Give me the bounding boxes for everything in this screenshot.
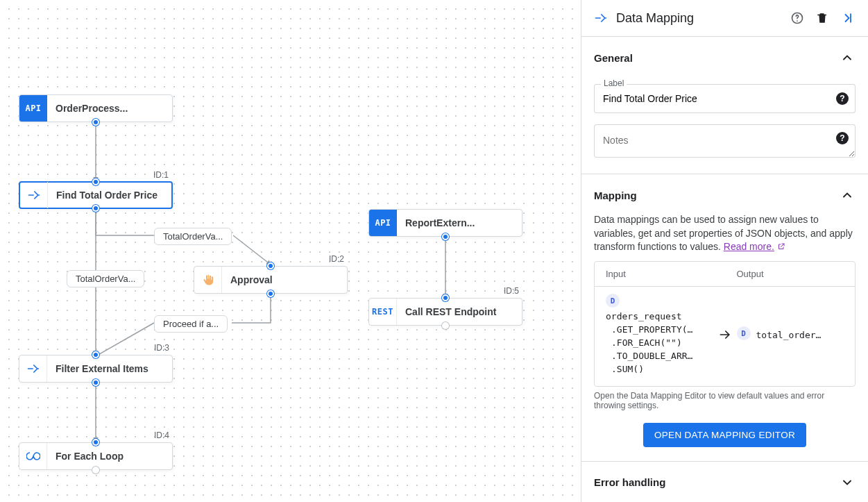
type-chip: D <box>606 294 620 308</box>
type-chip: D <box>737 326 751 340</box>
label-input[interactable] <box>594 84 856 113</box>
node-label: Filter External Items <box>47 363 157 374</box>
chevron-down-icon[interactable] <box>839 474 856 491</box>
mapping-table: Input Output D orders_request .GET_PROPE… <box>594 261 856 386</box>
node-id: ID:4 <box>154 430 169 440</box>
field-help-icon[interactable]: ? <box>836 92 849 105</box>
node-label: Find Total Order Price <box>48 190 166 201</box>
col-header-input: Input <box>606 269 713 279</box>
edge-label[interactable]: TotalOrderVa... <box>67 270 144 287</box>
api-icon: API <box>369 210 397 236</box>
open-mapping-editor-button[interactable]: OPEN DATA MAPPING EDITOR <box>643 423 806 447</box>
port-in[interactable] <box>92 178 99 185</box>
mapping-icon <box>19 355 47 382</box>
node-id: ID:1 <box>153 170 169 180</box>
mapping-input-cell: D orders_request .GET_PROPERTY(… .FOR_EA… <box>606 294 713 376</box>
field-legend: Label <box>601 78 627 88</box>
section-general: General Label ? ? <box>581 37 868 174</box>
mapping-hint: Open the Data Mapping Editor to view def… <box>594 391 856 410</box>
port-in[interactable] <box>442 294 449 301</box>
task-node-approval[interactable]: ID:2 Approval <box>194 266 348 294</box>
collapse-panel-icon[interactable] <box>839 10 856 26</box>
section-heading: General <box>594 52 633 64</box>
read-more-link[interactable]: Read more. <box>724 241 785 252</box>
trigger-node-reportextern[interactable]: API ReportExtern... <box>368 209 522 237</box>
details-panel: Data Mapping General Label ? <box>581 0 868 502</box>
task-node-foreach[interactable]: ID:4 For Each Loop <box>19 442 173 470</box>
chevron-up-icon[interactable] <box>839 187 856 203</box>
hand-icon <box>194 267 222 293</box>
label-field: Label ? <box>594 84 856 113</box>
port-out[interactable] <box>92 205 99 212</box>
col-header-output: Output <box>737 269 844 279</box>
section-heading: Error handling <box>594 476 665 488</box>
mapping-icon <box>20 182 48 208</box>
port-in[interactable] <box>267 262 274 269</box>
help-icon[interactable] <box>789 10 806 26</box>
rest-icon: REST <box>369 299 397 325</box>
node-label: Call REST Endpoint <box>397 306 504 317</box>
node-label: ReportExtern... <box>397 217 483 228</box>
task-node-rest[interactable]: ID:5 REST Call REST Endpoint <box>368 298 522 326</box>
node-label: OrderProcess... <box>47 103 136 114</box>
canvas[interactable]: API OrderProcess... ID:1 Find Total Orde… <box>0 0 581 502</box>
notes-input[interactable] <box>594 124 856 158</box>
section-heading: Mapping <box>594 190 637 201</box>
section-error-handling: Error handling <box>581 462 868 503</box>
node-id: ID:5 <box>504 286 519 296</box>
trigger-node-orderprocess[interactable]: API OrderProcess... <box>19 94 173 122</box>
notes-field: ? <box>594 124 856 160</box>
port-out[interactable] <box>442 322 449 329</box>
node-id: ID:3 <box>154 343 169 353</box>
node-id: ID:2 <box>329 254 344 264</box>
delete-icon[interactable] <box>814 10 831 26</box>
port-out[interactable] <box>267 290 274 297</box>
port-out[interactable] <box>442 233 449 240</box>
panel-title: Data Mapping <box>616 11 781 26</box>
arrow-icon <box>713 328 737 342</box>
loop-icon <box>19 443 47 469</box>
node-label: Approval <box>222 274 281 285</box>
port-in[interactable] <box>92 351 99 358</box>
node-label: For Each Loop <box>47 451 132 462</box>
task-node-find-total[interactable]: ID:1 Find Total Order Price <box>19 181 173 209</box>
panel-header: Data Mapping <box>581 0 868 36</box>
task-node-filter-external[interactable]: ID:3 Filter External Items <box>19 355 173 383</box>
section-mapping: Mapping Data mappings can be used to ass… <box>581 174 868 461</box>
mapping-output-cell: D total_order… <box>737 326 844 343</box>
port-out[interactable] <box>92 467 99 474</box>
chevron-up-icon[interactable] <box>839 49 856 66</box>
mapping-description: Data mappings can be used to assign new … <box>594 213 856 254</box>
port-in[interactable] <box>92 439 99 446</box>
port-out[interactable] <box>92 119 99 126</box>
mapping-row[interactable]: D orders_request .GET_PROPERTY(… .FOR_EA… <box>595 287 855 385</box>
edge-label[interactable]: TotalOrderVa... <box>154 228 232 245</box>
dot-grid <box>0 0 581 502</box>
port-out[interactable] <box>92 379 99 386</box>
edge-label[interactable]: Proceed if a... <box>154 315 228 333</box>
mapping-icon <box>594 11 608 25</box>
external-link-icon <box>777 241 785 255</box>
api-icon: API <box>19 95 47 122</box>
field-help-icon[interactable]: ? <box>836 132 849 144</box>
